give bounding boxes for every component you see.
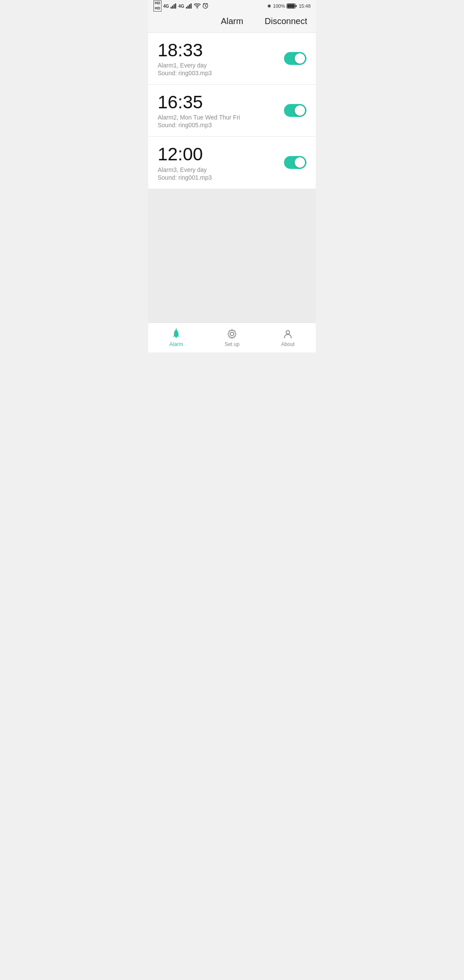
svg-rect-15 — [287, 4, 295, 8]
svg-rect-6 — [189, 4, 190, 9]
nav-label-about: About — [281, 341, 294, 347]
person-icon — [282, 328, 293, 340]
svg-rect-1 — [172, 6, 174, 9]
alarm-time-3: 12:00 — [158, 144, 284, 164]
svg-point-18 — [230, 332, 234, 336]
status-right: ✱ 100% 15:48 — [267, 3, 311, 9]
alarm-time-1: 18:33 — [158, 40, 284, 60]
svg-point-8 — [196, 7, 197, 8]
status-left: HDHD 4G 4G — [153, 0, 208, 11]
alarm-list: 18:33 Alarm1, Every day Sound: ring003.m… — [148, 33, 316, 189]
alarm-toggle-1[interactable] — [284, 52, 306, 65]
page-content: Alarm Disconnect 18:33 Alarm1, Every day… — [148, 12, 316, 352]
hd-indicator: HDHD — [153, 0, 162, 11]
alarm-time-2: 16:35 — [158, 92, 284, 112]
status-bar: HDHD 4G 4G ✱ — [148, 0, 316, 12]
nav-item-alarm[interactable]: Alarm — [148, 325, 204, 351]
alarm-label-3: Alarm3, Every day — [158, 166, 284, 173]
alarm-item-1[interactable]: 18:33 Alarm1, Every day Sound: ring003.m… — [148, 33, 316, 85]
svg-rect-7 — [190, 3, 192, 9]
signal-4g: 4G — [163, 4, 169, 9]
nav-item-about[interactable]: About — [260, 325, 316, 351]
alarm-label-1: Alarm1, Every day — [158, 62, 284, 69]
svg-rect-0 — [171, 7, 172, 9]
disconnect-button[interactable]: Disconnect — [265, 16, 307, 26]
bell-icon — [171, 328, 182, 340]
alarm-item-3[interactable]: 12:00 Alarm3, Every day Sound: ring001.m… — [148, 137, 316, 189]
nav-item-setup[interactable]: Set up — [204, 325, 260, 351]
wifi-icon — [194, 3, 201, 9]
signal-bars-2 — [186, 3, 192, 9]
svg-rect-4 — [186, 7, 187, 9]
alarm-info-3: 12:00 Alarm3, Every day Sound: ring001.m… — [158, 144, 284, 181]
bluetooth-icon: ✱ — [267, 3, 271, 9]
alarm-info-1: 18:33 Alarm1, Every day Sound: ring003.m… — [158, 40, 284, 77]
alarm-clock-icon — [202, 3, 208, 9]
signal-bars-1 — [171, 3, 177, 9]
bottom-nav: Alarm Set up About — [148, 322, 316, 352]
svg-rect-2 — [174, 4, 175, 9]
alarm-info-2: 16:35 Alarm2, Mon Tue Wed Thur Fri Sound… — [158, 92, 284, 129]
battery-percentage: 100% — [273, 3, 285, 9]
app-header: Alarm Disconnect — [148, 12, 316, 33]
alarm-sound-3: Sound: ring001.mp3 — [158, 174, 284, 181]
alarm-label-2: Alarm2, Mon Tue Wed Thur Fri — [158, 114, 284, 121]
gear-icon — [226, 328, 238, 340]
time-display: 15:48 — [299, 3, 311, 9]
alarm-sound-2: Sound: ring005.mp3 — [158, 122, 284, 129]
svg-rect-3 — [175, 3, 177, 9]
svg-rect-5 — [187, 6, 189, 9]
nav-label-setup: Set up — [225, 341, 240, 347]
battery-icon — [287, 3, 297, 9]
alarm-toggle-2[interactable] — [284, 104, 306, 117]
alarm-item-2[interactable]: 16:35 Alarm2, Mon Tue Wed Thur Fri Sound… — [148, 85, 316, 137]
nav-label-alarm: Alarm — [169, 341, 183, 347]
alarm-toggle-3[interactable] — [284, 156, 306, 169]
signal-4g-2: 4G — [178, 4, 184, 9]
alarm-sound-1: Sound: ring003.mp3 — [158, 70, 284, 77]
svg-point-19 — [286, 331, 290, 334]
svg-line-11 — [205, 6, 207, 7]
svg-rect-16 — [296, 5, 297, 7]
page-title: Alarm — [221, 16, 243, 26]
